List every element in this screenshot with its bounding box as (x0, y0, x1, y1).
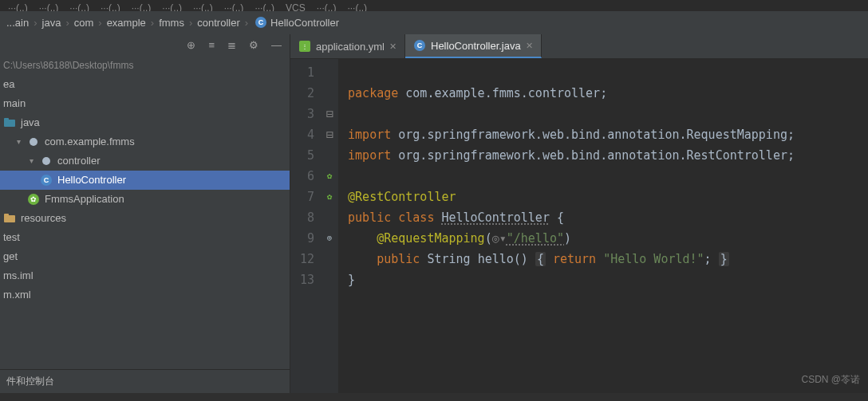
menu-item[interactable]: ···(..) (317, 2, 337, 11)
class-icon: C (254, 16, 267, 29)
menu-item[interactable]: ···(..) (224, 2, 244, 11)
project-tree[interactable]: C:\Users\86188\Desktop\fmms ea main java… (0, 56, 290, 369)
tree-item-fmms-application[interactable]: ✿ FmmsApplication (0, 190, 290, 209)
yml-icon: ⋮ (298, 40, 311, 53)
tree-item-get[interactable]: get (0, 247, 290, 266)
chevron-right-icon: › (98, 17, 101, 29)
chevron-right-icon: › (65, 17, 69, 29)
tree-item-iml[interactable]: ms.iml (0, 266, 290, 285)
tree-item-test[interactable]: test (0, 228, 290, 247)
code-editor[interactable]: 1 2 3 4 5 6 7 8 9 12 13 ⊟ ⊟ ✿ ✿ ⊕ (290, 59, 868, 393)
class-icon: C (40, 174, 53, 187)
tab-application-yml[interactable]: ⋮ application.yml ✕ (290, 34, 405, 58)
menu-item[interactable]: ···(..) (101, 2, 120, 11)
breadcrumb-item[interactable]: fmms (159, 17, 184, 29)
locate-icon[interactable]: ⊕ (187, 39, 195, 51)
class-icon: C (413, 39, 426, 52)
project-path: C:\Users\86188\Desktop\fmms (0, 56, 290, 75)
tree-item-main[interactable]: main (0, 94, 290, 113)
tree-item-resources[interactable]: resources (0, 209, 290, 228)
breadcrumb-item[interactable]: com (74, 17, 94, 29)
editor-tabs: ⋮ application.yml ✕ C HelloController.ja… (290, 34, 868, 59)
package-icon (27, 136, 40, 148)
spring-gutter-icon: ✿ (321, 187, 338, 207)
folder-icon (3, 116, 16, 129)
menu-item[interactable]: ···(..) (69, 2, 89, 11)
breadcrumb[interactable]: ...ain › java › com › example › fmms › c… (0, 11, 868, 34)
tree-item[interactable]: ea (0, 75, 290, 94)
line-number-gutter: 1 2 3 4 5 6 7 8 9 12 13 (290, 59, 321, 393)
tree-label: com.example.fmms (45, 132, 135, 151)
web-gutter-icon: ⊕ (321, 228, 338, 249)
tree-item-package[interactable]: ▾ com.example.fmms (0, 132, 290, 151)
tree-item-hello-controller[interactable]: C HelloController (0, 171, 290, 190)
watermark: CSDN @苓诺 (801, 373, 860, 387)
menu-item[interactable]: ···(..) (132, 2, 152, 11)
breadcrumb-item[interactable]: example (107, 17, 146, 29)
chevron-right-icon: › (34, 17, 37, 29)
editor-area: ⋮ application.yml ✕ C HelloController.ja… (290, 34, 868, 393)
bottom-tool-tab[interactable]: 件和控制台 (0, 369, 290, 393)
tab-label: HelloController.java (431, 40, 521, 52)
expand-all-icon[interactable]: ≡ (208, 39, 215, 51)
menu-item[interactable]: VCS (286, 2, 306, 11)
sidebar-toolbar: ⊕ ≡ ≣ ⚙ — (0, 34, 290, 56)
svg-point-2 (30, 138, 37, 146)
close-icon[interactable]: ✕ (389, 41, 397, 52)
collapse-marker-icon: ⊟ (321, 104, 338, 124)
menu-item[interactable]: ···(..) (193, 2, 213, 11)
hide-icon[interactable]: — (271, 39, 282, 51)
tree-item-xml[interactable]: m.xml (0, 285, 290, 305)
svg-point-3 (42, 157, 50, 165)
breadcrumb-item[interactable]: controller (197, 17, 239, 29)
package-icon (40, 155, 53, 167)
code-content[interactable]: package com.example.fmms.controller; imp… (338, 59, 804, 393)
project-sidebar: ⊕ ≡ ≣ ⚙ — C:\Users\86188\Desktop\fmms ea… (0, 34, 290, 393)
breadcrumb-item[interactable]: java (42, 17, 61, 29)
statusbar (0, 393, 868, 401)
tree-item-controller[interactable]: ▾ controller (0, 151, 290, 171)
close-icon[interactable]: ✕ (526, 41, 533, 51)
collapse-all-icon[interactable]: ≣ (227, 39, 236, 51)
svg-rect-1 (4, 118, 9, 121)
tree-label: resources (21, 209, 66, 228)
gear-icon[interactable]: ⚙ (249, 39, 258, 51)
menubar[interactable]: ···(..) ···(..) ···(..) ···(..) ···(..) … (0, 0, 868, 11)
tab-label: application.yml (316, 41, 385, 53)
menu-item[interactable]: ···(..) (39, 2, 59, 11)
spring-icon: ✿ (27, 193, 40, 206)
tree-label: controller (57, 151, 100, 171)
menu-item[interactable]: ···(..) (347, 2, 367, 11)
menu-item[interactable]: ···(..) (254, 2, 274, 11)
resources-icon (3, 212, 16, 225)
tree-label: FmmsApplication (45, 190, 124, 209)
spring-gutter-icon: ✿ (321, 166, 338, 187)
breadcrumb-item[interactable]: HelloController (270, 17, 339, 29)
tree-item-java[interactable]: java (0, 113, 290, 132)
svg-rect-5 (4, 214, 9, 217)
collapse-marker-icon: ⊟ (321, 124, 338, 145)
chevron-down-icon: ▾ (14, 132, 22, 151)
chevron-right-icon: › (151, 17, 154, 29)
chevron-right-icon: › (245, 17, 248, 29)
chevron-right-icon: › (189, 17, 192, 29)
gutter-marks: ⊟ ⊟ ✿ ✿ ⊕ (321, 59, 338, 393)
menu-item[interactable]: ···(..) (8, 2, 28, 11)
tab-hello-controller[interactable]: C HelloController.java ✕ (405, 34, 542, 58)
tree-label: java (21, 113, 40, 132)
breadcrumb-item[interactable]: ...ain (6, 17, 29, 29)
tree-label: HelloController (57, 171, 126, 190)
chevron-down-icon: ▾ (27, 151, 35, 171)
menu-item[interactable]: ···(..) (162, 2, 182, 11)
